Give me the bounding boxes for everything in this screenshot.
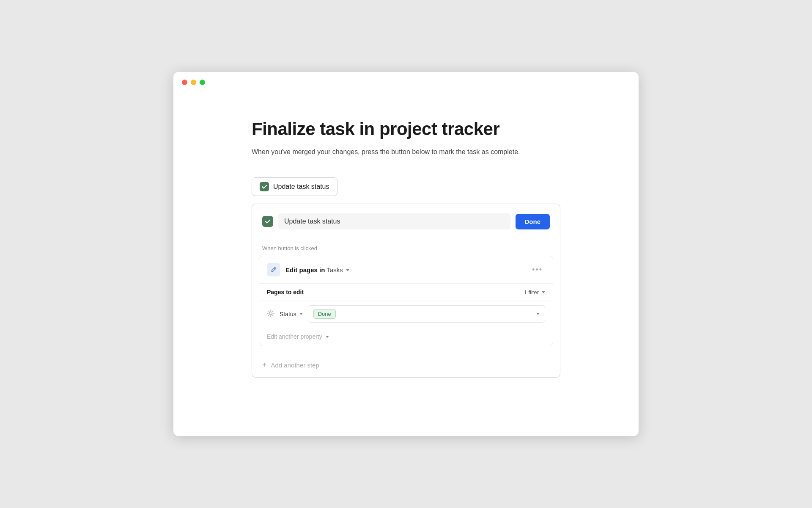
status-label[interactable]: Status [280, 311, 303, 318]
pages-to-edit-row: Pages to edit 1 filter [259, 283, 553, 301]
when-label: When button is clicked [252, 239, 560, 256]
filter-badge[interactable]: 1 filter [524, 289, 545, 295]
svg-line-7 [272, 311, 273, 312]
more-options-button[interactable]: ••• [529, 265, 545, 275]
toggle-row: Update task status [252, 177, 560, 196]
filter-chevron-icon [542, 291, 545, 293]
main-content: Finalize task in project tracker When yo… [173, 85, 639, 403]
edit-property-chevron-icon [326, 336, 329, 338]
app-window: Finalize task in project tracker When yo… [173, 72, 639, 436]
status-value-dropdown[interactable]: Done [308, 305, 545, 323]
main-card: Done When button is clicked Edit pages i… [252, 204, 560, 378]
plus-icon: + [262, 361, 267, 370]
action-block: Edit pages in Tasks ••• Pages to edit 1 … [259, 256, 553, 346]
db-chevron-icon [346, 269, 349, 271]
svg-line-5 [268, 311, 269, 312]
task-title-input[interactable] [278, 213, 510, 229]
close-button[interactable] [182, 80, 187, 85]
card-checkbox[interactable] [262, 216, 273, 227]
toggle-checkbox-icon [260, 182, 269, 191]
db-name: Tasks [327, 266, 343, 273]
page-title: Finalize task in project tracker [252, 119, 560, 139]
card-checkmark-icon [264, 218, 271, 225]
card-header: Done [252, 204, 560, 239]
titlebar [173, 72, 639, 85]
add-step-label: Add another step [271, 362, 319, 369]
action-title: Edit pages in Tasks [285, 266, 529, 273]
status-done-badge: Done [313, 309, 336, 319]
edit-pages-icon [267, 263, 280, 276]
edit-another-property-label: Edit another property [267, 333, 329, 340]
page-subtitle: When you've merged your changes, press t… [252, 147, 560, 157]
checkmark-icon [261, 184, 267, 190]
svg-line-6 [272, 315, 273, 316]
status-sun-icon [267, 309, 274, 319]
status-row: Status Done [259, 301, 553, 327]
pages-to-edit-label: Pages to edit [267, 289, 524, 295]
status-chevron-icon [299, 313, 303, 315]
svg-point-0 [269, 312, 272, 315]
update-task-status-toggle[interactable]: Update task status [252, 177, 337, 196]
minimize-button[interactable] [191, 80, 196, 85]
svg-line-8 [268, 315, 269, 316]
edit-another-property-row[interactable]: Edit another property [259, 327, 553, 346]
add-another-step-row[interactable]: + Add another step [252, 353, 560, 377]
maximize-button[interactable] [200, 80, 205, 85]
toggle-label: Update task status [273, 183, 329, 190]
action-header: Edit pages in Tasks ••• [259, 256, 553, 283]
done-button[interactable]: Done [516, 214, 550, 229]
dropdown-chevron-icon [536, 313, 540, 315]
